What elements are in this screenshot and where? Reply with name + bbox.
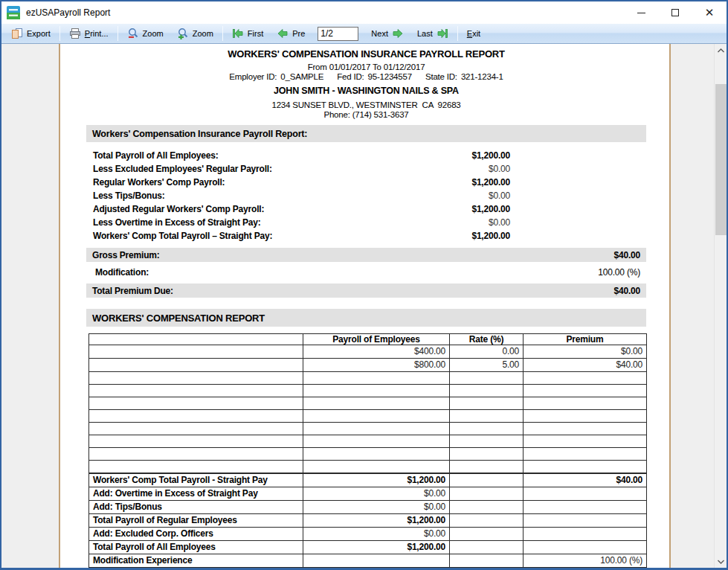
table-row [89,410,647,423]
print-button[interactable]: Print... [62,25,115,42]
scrollbar-thumb[interactable] [715,84,727,235]
close-button[interactable]: ✕ [692,1,727,24]
table-cell: $40.00 [524,359,647,372]
company-phone: Phone: (714) 531-3637 [86,110,646,119]
modification-value: 100.00 (%) [598,267,640,278]
table-row [89,385,647,397]
table-cell [450,372,524,385]
minimize-button[interactable] [624,1,658,24]
table-cell [303,435,450,448]
employer-id-label: Employer ID: [229,72,277,81]
wc-report-table: Payroll of Employees Rate (%) Premium $4… [88,333,647,568]
report-period: From 01/01/2017 To 01/12/2017 [86,63,646,71]
last-page-button[interactable]: Last [410,25,455,42]
table-cell: $0.00 [303,500,450,513]
table-row: $400.000.00$0.00 [89,345,647,359]
next-page-button[interactable]: Next [364,25,410,42]
table-row: Add: Tips/Bonus$0.00 [89,500,647,513]
summary-value: $0.00 [489,217,510,228]
gross-premium-value: $40.00 [613,250,640,260]
summary-label: Less Tips/Bonus: [93,190,165,201]
table-cell [450,487,524,500]
table-cell: $400.00 [303,345,450,359]
zoom-in-icon [177,28,189,39]
table-cell [303,461,450,473]
column-header-premium: Premium [524,334,647,345]
total-premium-label: Total Premium Due: [92,286,173,296]
summary-row: Regular Workers' Comp Payroll:$1,200.00 [93,176,510,189]
table-cell [303,423,450,435]
summary-value: $1,200.00 [471,150,510,161]
zoom-out-label: Zoom [143,29,164,38]
page-number-input[interactable] [318,27,358,41]
column-header-payroll: Payroll of Employees [303,334,450,345]
table-cell: Add: Tips/Bonus [89,500,303,513]
table-cell: Total Payroll of All Employees [89,540,303,554]
summary-label: Regular Workers' Comp Payroll: [93,177,225,188]
summary-list: Total Payroll of All Employees:$1,200.00… [86,149,646,243]
close-icon: ✕ [705,7,715,19]
app-logo-icon [7,6,20,19]
table-cell [524,461,647,473]
scroll-up-icon [718,48,724,53]
table-cell [450,435,524,448]
table-cell [450,540,524,554]
table-cell: 100.00 (%) [524,554,647,567]
app-window: ezUSAPayroll Report ✕ Export Print... [0,0,728,570]
table-cell: Total Payroll of Regular Employees [89,513,303,527]
table-cell [450,410,524,423]
table-cell [450,448,524,461]
table-row: $800.005.00$40.00 [89,359,647,372]
table-cell [524,410,647,423]
summary-value: $1,200.00 [471,204,510,214]
exit-button[interactable]: Exit [460,25,487,42]
vertical-scrollbar[interactable] [714,44,727,568]
table-cell: 0.00 [450,345,524,359]
scroll-up-button[interactable] [715,44,727,57]
employer-id-value: 0_SAMPLE [280,72,323,81]
total-premium-row: Total Premium Due: $40.00 [86,284,646,298]
table-cell: Add: Overtime in Excess of Straight Pay [89,487,303,500]
first-page-button[interactable]: First [225,25,270,42]
print-icon [69,28,81,39]
next-label: Next [371,29,388,38]
table-cell: $0.00 [303,527,450,540]
table-header-row: Payroll of Employees Rate (%) Premium [89,334,647,345]
export-button[interactable]: Export [4,25,57,42]
table-cell [303,397,450,410]
table-cell [450,500,524,513]
table-cell [450,385,524,397]
fed-id-value: 95-1234557 [368,72,412,81]
table-cell [303,410,450,423]
table-body: $400.000.00$0.00$800.005.00$40.00Workers… [89,345,647,568]
report-viewer: WORKERS' COMPENSATION INSURANCE PAYROLL … [1,44,727,568]
table-cell: Workers' Comp Total Payroll - Straight P… [89,473,303,487]
zoom-out-button[interactable]: Zoom [120,25,170,42]
zoom-in-button[interactable]: Zoom [170,25,220,42]
table-cell [89,397,303,410]
prev-page-button[interactable]: Pre [270,25,312,42]
table-cell [450,473,524,487]
table-cell [89,372,303,385]
table-cell: Modification Experience [89,554,303,567]
table-cell [450,527,524,540]
table-cell [89,345,303,359]
modification-row: Modification: 100.00 (%) [86,266,646,278]
ids-line: Employer ID:0_SAMPLEFed ID:95-1234557Sta… [86,72,646,81]
maximize-button[interactable] [658,1,692,24]
scroll-down-icon [718,560,724,564]
summary-value: $1,200.00 [471,177,510,188]
prev-icon [277,28,289,39]
summary-row: Less Overtime in Excess of Straight Pay:… [93,216,510,229]
modification-label: Modification: [95,267,149,278]
table-row [89,372,647,385]
report-title: WORKERS' COMPENSATION INSURANCE PAYROLL … [86,48,646,60]
table-cell [450,423,524,435]
table-cell [450,554,524,567]
scroll-down-button[interactable] [715,555,727,568]
table-cell: 5.00 [450,359,524,372]
window-title: ezUSAPayroll Report [26,7,110,18]
summary-label: Total Payroll of All Employees: [93,150,219,161]
table-cell [89,385,303,397]
gross-premium-label: Gross Premium: [92,250,160,260]
